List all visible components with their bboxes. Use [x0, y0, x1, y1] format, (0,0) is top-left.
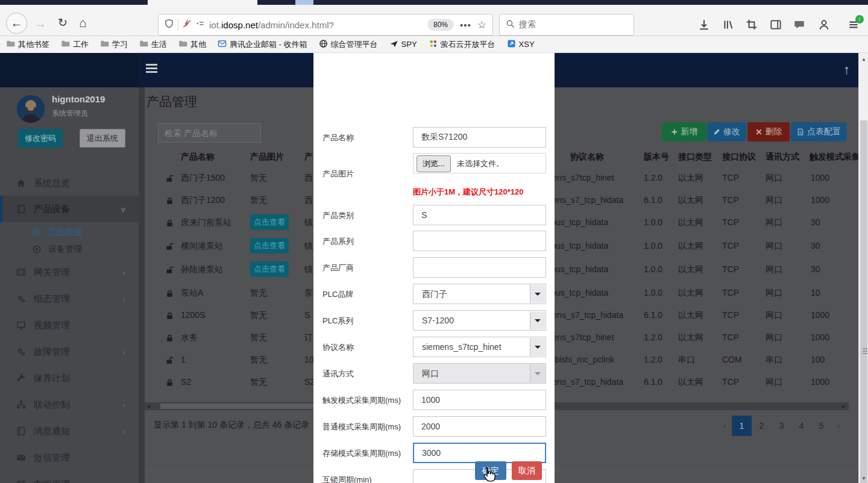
view-image-button[interactable]: 点击查看: [250, 214, 289, 230]
active-tab[interactable]: [148, 0, 257, 5]
cell-product-name[interactable]: S2: [181, 377, 191, 387]
pagination-prev[interactable]: ‹: [717, 416, 732, 436]
pagination-page-1[interactable]: 1: [732, 416, 752, 436]
home-button[interactable]: ⌂: [79, 16, 87, 29]
cell-product-name[interactable]: 1: [181, 355, 186, 364]
field-input-产品系列[interactable]: [413, 231, 546, 251]
cell-product-name[interactable]: 1200S: [181, 310, 205, 320]
pocket-bubble-icon[interactable]: [793, 18, 807, 33]
sidebar-item-短信管理[interactable]: 短信管理: [0, 444, 139, 471]
view-image-button[interactable]: 点击查看: [250, 238, 289, 254]
account-icon[interactable]: [817, 18, 832, 33]
pagination-next[interactable]: ›: [831, 416, 846, 436]
scroll-up-icon[interactable]: ▲: [859, 57, 868, 62]
sidebar-item-视频管理[interactable]: 视频管理: [0, 312, 139, 338]
field-select-PLC品牌[interactable]: 西门子: [413, 284, 546, 304]
bookmark-item[interactable]: XSY: [507, 39, 535, 50]
lock-open-icon[interactable]: [165, 266, 174, 275]
field-select-PLC系列[interactable]: S7-1200: [413, 310, 546, 331]
sidebar-collapse-icon[interactable]: [146, 64, 157, 73]
lock-open-icon[interactable]: [165, 242, 174, 251]
lock-closed-icon[interactable]: [165, 196, 174, 205]
cell-product-name[interactable]: 西门子1200: [181, 195, 225, 206]
field-select-协议名称[interactable]: siemens_s7tcp_hinet: [413, 337, 546, 357]
cell-product-name[interactable]: 孙陆港泵站: [181, 264, 223, 275]
sidebar-item-故障管理[interactable]: 故障管理‹: [0, 338, 139, 365]
sidebar-item-产品设备[interactable]: 产品设备v: [0, 196, 139, 222]
bookmark-star-icon[interactable]: ☆: [477, 19, 486, 31]
back-button[interactable]: ←: [6, 13, 27, 34]
sidebar-item-系统总览[interactable]: 系统总览: [0, 170, 139, 196]
browser-vertical-scrollbar[interactable]: ▲ ▼: [858, 53, 868, 483]
avatar[interactable]: [17, 95, 45, 123]
pagination-page-3[interactable]: 3: [772, 416, 791, 436]
chevron-down-icon[interactable]: [530, 285, 545, 303]
scroll-left-icon[interactable]: ◂: [147, 402, 150, 410]
url-bar[interactable]: iot.idosp.net/admin/index.html? 80% ••• …: [158, 14, 493, 36]
bookmark-item[interactable]: 萤石云开放平台: [429, 39, 495, 50]
library-icon[interactable]: [722, 18, 736, 33]
field-input-产品名称[interactable]: [413, 127, 546, 148]
cell-product-name[interactable]: 横间港泵站: [181, 241, 223, 252]
page-actions-icon[interactable]: •••: [460, 20, 471, 30]
bookmark-item[interactable]: 生活: [139, 39, 167, 50]
cell-product-name[interactable]: 泵站A: [181, 288, 203, 299]
field-input-存储模式采集周期(ms)[interactable]: [413, 443, 546, 463]
pagination-page-4[interactable]: 4: [791, 416, 811, 436]
sidebar-item-消息通知[interactable]: 消息通知‹: [0, 418, 139, 444]
field-input-触发模式采集周期(ms)[interactable]: [413, 390, 546, 410]
logout-button[interactable]: 退出系统: [80, 129, 125, 148]
bookmark-item[interactable]: 学习: [100, 39, 128, 50]
tab-fragment[interactable]: [295, 0, 313, 5]
navbar-partial-icon[interactable]: ↑: [843, 62, 850, 78]
lock-closed-icon[interactable]: [165, 334, 174, 343]
search-bar[interactable]: 搜索: [499, 14, 634, 36]
cell-product-name[interactable]: 水务: [181, 332, 198, 343]
bookmark-item[interactable]: 其他: [178, 39, 206, 50]
lock-closed-icon[interactable]: [165, 378, 174, 387]
cancel-button[interactable]: 取消: [512, 461, 542, 480]
screenshot-icon[interactable]: [745, 18, 760, 33]
shield-icon[interactable]: [164, 19, 174, 31]
sidebar-item-产品管理[interactable]: 产品管理: [0, 223, 139, 241]
sidebar-item-组态管理[interactable]: 组态管理‹: [0, 285, 139, 312]
pagination-page-5[interactable]: 5: [811, 416, 831, 436]
bookmark-item[interactable]: SPY: [389, 39, 417, 50]
bookmark-item[interactable]: 腾讯企业邮箱 - 收件箱: [218, 39, 307, 50]
sidebar-item-网关管理[interactable]: 网关管理‹: [0, 259, 139, 285]
bookmark-item[interactable]: 综合管理平台: [319, 39, 378, 50]
chevron-down-icon[interactable]: [530, 364, 545, 382]
scroll-right-icon[interactable]: ▸: [842, 402, 845, 410]
lock-closed-icon[interactable]: [165, 289, 174, 298]
field-input-普通模式采集周期(ms)[interactable]: [413, 416, 546, 437]
chevron-down-icon[interactable]: [530, 338, 545, 356]
blocked-lightning-icon[interactable]: [182, 19, 192, 31]
bookmark-item[interactable]: 其他书签: [6, 39, 49, 50]
scrollbar-thumb[interactable]: [860, 120, 867, 483]
pagination-page-2[interactable]: 2: [752, 416, 772, 436]
lock-closed-icon[interactable]: [165, 219, 174, 228]
sidebar-item-保养计划[interactable]: 保养计划: [0, 365, 139, 391]
view-image-button[interactable]: 点击查看: [250, 261, 289, 277]
zoom-indicator[interactable]: 80%: [427, 19, 454, 31]
sidebar-item-设备管理[interactable]: 设备管理: [0, 240, 139, 258]
browse-button[interactable]: 浏览...: [417, 155, 451, 172]
reload-button[interactable]: ↻: [58, 17, 68, 28]
scroll-down-icon[interactable]: ▼: [859, 476, 868, 481]
field-input-产品类别[interactable]: [413, 205, 546, 225]
lock-open-icon[interactable]: [165, 174, 174, 183]
chevron-down-icon[interactable]: [530, 311, 545, 329]
lock-open-icon[interactable]: [165, 356, 174, 365]
sidebar-item-空间管理[interactable]: 空间管理: [0, 471, 139, 483]
change-password-button[interactable]: 修改密码: [18, 129, 63, 148]
lock-closed-icon[interactable]: [165, 311, 174, 320]
sidebar-toggle-icon[interactable]: [769, 18, 784, 33]
permissions-icon[interactable]: [195, 19, 205, 31]
forward-button[interactable]: →: [34, 17, 46, 30]
sidebar-item-联动控制[interactable]: 联动控制‹: [0, 391, 139, 418]
field-select-通讯方式[interactable]: 网口: [413, 363, 546, 384]
download-icon[interactable]: [697, 18, 712, 33]
bookmark-item[interactable]: 工作: [61, 39, 89, 50]
cell-product-name[interactable]: 西门子1500: [181, 173, 225, 184]
field-input-产品厂商[interactable]: [413, 257, 546, 278]
